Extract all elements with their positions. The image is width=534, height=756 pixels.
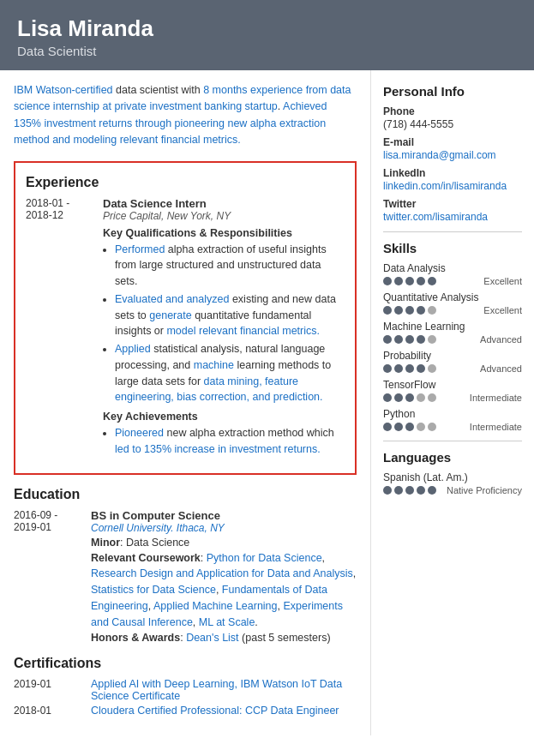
dots [383,335,436,344]
dot [383,306,392,315]
header: Lisa Miranda Data Scientist [0,0,534,70]
list-item: Evaluated and analyzed existing and new … [115,291,345,339]
skill-level: Advanced [480,334,522,345]
left-column: IBM Watson-certified data scientist with… [0,70,371,735]
twitter-value: twitter.com/lisamiranda [383,211,522,223]
skills-container: Data AnalysisExcellentQuantitative Analy… [383,262,522,432]
dot [417,306,425,315]
languages-container: Spanish (Lat. Am.)Native Proficiency [383,471,522,495]
email-field: E-mail lisa.miranda@gmail.com [383,136,522,161]
dot [383,277,392,285]
job-title: Data Science Intern [103,197,345,210]
cert-name: Applied AI with Deep Learning, IBM Watso… [91,678,357,702]
divider [383,441,522,441]
skill-name: TensorFlow [383,379,522,391]
cert-entry: 2019-01 Applied AI with Deep Learning, I… [14,678,357,702]
dots [383,486,436,495]
divider [383,231,522,232]
certifications-section: Certifications 2019-01 Applied AI with D… [14,656,357,717]
dot [383,423,392,431]
dot [394,423,403,431]
job-details: Data Science Intern Price Capital, New Y… [103,197,345,461]
dot [428,486,436,495]
skill-item: Data AnalysisExcellent [383,262,522,286]
education-title: Education [14,487,357,502]
right-column: Personal Info Phone (718) 444-5555 E-mai… [371,70,534,511]
dot [394,335,403,344]
summary: IBM Watson-certified data scientist with… [14,82,357,149]
dot [417,393,425,402]
dot [405,277,414,285]
dot [383,486,392,495]
skill-dots-row: Intermediate [383,422,522,432]
skill-item: PythonIntermediate [383,408,522,432]
dot [405,335,414,344]
skill-level: Excellent [483,305,522,315]
dot [405,306,414,315]
dot [405,364,414,373]
edu-degree: BS in Computer Science [91,509,357,522]
certifications-title: Certifications [14,656,357,671]
dot [417,364,425,373]
dot [383,335,392,344]
summary-text: IBM Watson-certified data scientist with… [14,84,351,146]
languages-section: Languages Spanish (Lat. Am.)Native Profi… [383,450,522,495]
dot [405,486,414,495]
achievements-title: Key Achievements [103,411,345,423]
dots [383,423,436,431]
skill-level: Intermediate [470,393,522,403]
email-value: lisa.miranda@gmail.com [383,149,522,161]
skills-title: Skills [383,241,522,255]
dot [394,486,403,495]
phone-value: (718) 444-5555 [383,118,522,130]
dot [394,277,403,285]
skill-name: Quantitative Analysis [383,291,522,303]
dot [394,393,403,402]
job-company: Price Capital, New York, NY [103,210,345,222]
education-section: Education 2016-09 - 2019-01 BS in Comput… [14,487,357,645]
qualifications-title: Key Qualifications & Responsibilities [103,227,345,239]
language-name: Spanish (Lat. Am.) [383,471,522,483]
dots [383,277,436,285]
twitter-field: Twitter twitter.com/lisamiranda [383,198,522,223]
edu-coursework: Relevant Coursework: Python for Data Sci… [91,550,357,631]
skills-section: Skills Data AnalysisExcellentQuantitativ… [383,241,522,432]
dot [417,486,425,495]
list-item: Pioneered new alpha extraction method wh… [115,425,345,458]
language-item: Spanish (Lat. Am.)Native Proficiency [383,471,522,495]
dot [394,364,403,373]
dot [428,393,436,402]
edu-minor: Minor: Data Science [91,537,357,549]
list-item: Performed alpha extraction of useful ins… [115,242,345,290]
dot [383,393,392,402]
cert-entry: 2018-01 Cloudera Certified Professional:… [14,705,357,717]
skill-dots-row: Advanced [383,334,522,345]
linkedin-value: linkedin.com/in/lisamiranda [383,180,522,192]
dot [428,423,436,431]
personal-info-title: Personal Info [383,84,522,99]
skill-dots-row: Intermediate [383,393,522,403]
cert-date: 2019-01 [14,678,84,702]
language-dots-row: Native Proficiency [383,485,522,495]
edu-entry: 2016-09 - 2019-01 BS in Computer Science… [14,509,357,645]
edu-dates: 2016-09 - 2019-01 [14,509,84,645]
dot [428,306,436,315]
dots [383,306,436,315]
candidate-name: Lisa Miranda [17,15,517,42]
list-item: Applied statistical analysis, natural la… [115,341,345,405]
dot [417,277,425,285]
dot [383,364,392,373]
skill-name: Python [383,408,522,420]
skill-item: Quantitative AnalysisExcellent [383,291,522,315]
dot [405,423,414,431]
skill-item: Machine LearningAdvanced [383,321,522,345]
skill-item: TensorFlowIntermediate [383,379,522,403]
candidate-title: Data Scientist [17,44,517,58]
skill-dots-row: Excellent [383,305,522,315]
job-dates: 2018-01 - 2018-12 [26,197,96,461]
skill-level: Intermediate [470,422,522,432]
edu-details: BS in Computer Science Cornell Universit… [91,509,357,645]
achievements-list: Pioneered new alpha extraction method wh… [103,425,345,458]
skill-level: Excellent [483,276,522,286]
job-entry: 2018-01 - 2018-12 Data Science Intern Pr… [26,197,345,461]
